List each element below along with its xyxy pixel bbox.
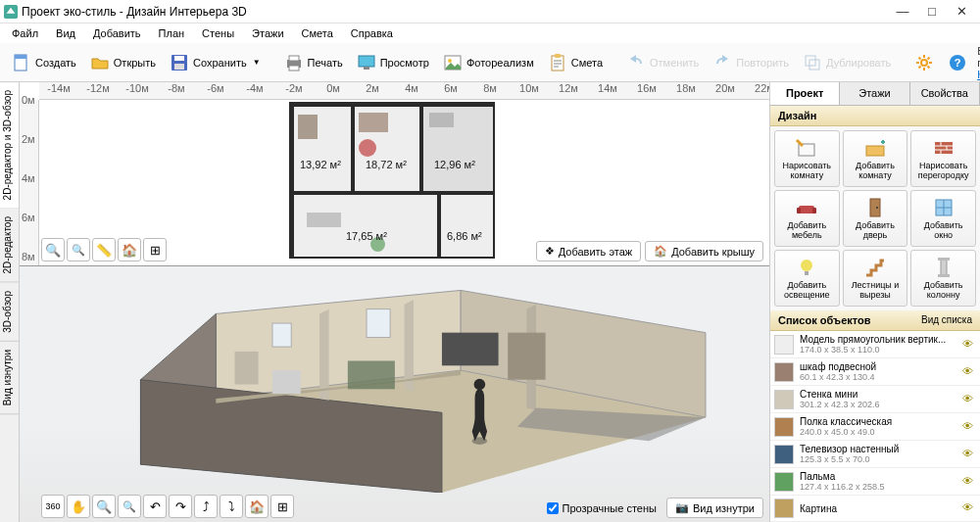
rotate-ccw-button[interactable]: ↶ bbox=[143, 495, 167, 518]
object-list-item[interactable]: Стенка мини301.2 x 42.3 x 202.6👁 bbox=[770, 386, 980, 413]
visibility-toggle-icon[interactable]: 👁 bbox=[962, 393, 976, 406]
measure-button[interactable]: 📏 bbox=[92, 238, 116, 261]
settings-button[interactable] bbox=[908, 50, 940, 75]
photorealism-button[interactable]: Фотореализм bbox=[437, 50, 540, 75]
menubar: Файл Вид Добавить План Стены Этажи Смета… bbox=[0, 24, 980, 43]
help-button[interactable]: ? bbox=[942, 50, 973, 75]
rotate-cw-button[interactable]: ↷ bbox=[169, 495, 192, 518]
home-3d-button[interactable]: 🏠 bbox=[245, 495, 269, 518]
new-file-icon bbox=[12, 53, 31, 72]
object-list-item[interactable]: Полка классическая240.0 x 45.0 x 49.0👁 bbox=[770, 413, 980, 441]
fit-3d-button[interactable]: ⊞ bbox=[270, 495, 294, 518]
svg-rect-42 bbox=[799, 206, 814, 214]
orbit-button[interactable]: 360 bbox=[41, 495, 65, 518]
menu-help[interactable]: Справка bbox=[343, 25, 401, 41]
visibility-toggle-icon[interactable]: 👁 bbox=[962, 448, 976, 461]
tab-floors[interactable]: Этажи bbox=[840, 82, 909, 105]
menu-file[interactable]: Файл bbox=[4, 25, 46, 41]
object-list-item[interactable]: Телевизор настенный125.3 x 5.5 x 70.0👁 bbox=[770, 441, 980, 468]
svg-rect-52 bbox=[938, 274, 950, 277]
menu-plan[interactable]: План bbox=[151, 25, 193, 41]
duplicate-button[interactable]: Дублировать bbox=[797, 50, 897, 75]
add-door-button[interactable]: Добавить дверь bbox=[843, 190, 908, 247]
svg-rect-41 bbox=[935, 142, 953, 154]
menu-view[interactable]: Вид bbox=[48, 25, 83, 41]
tab-properties[interactable]: Свойства bbox=[910, 82, 980, 105]
zoom-in-3d-button[interactable]: 🔍 bbox=[92, 495, 116, 518]
object-list-item[interactable]: шкаф подвесной60.1 x 42.3 x 130.4👁 bbox=[770, 358, 980, 386]
svg-point-48 bbox=[801, 260, 812, 271]
zoom-out-3d-button[interactable]: 🔍 bbox=[118, 495, 141, 518]
window-title: Проект эко-стиль - Дизайн Интерьера 3D bbox=[22, 5, 888, 19]
fit-button[interactable]: ⊞ bbox=[143, 238, 167, 261]
visibility-toggle-icon[interactable]: 👁 bbox=[962, 420, 976, 434]
add-room-button[interactable]: Добавить комнату bbox=[843, 130, 908, 187]
2d-toolbar: 🔍 🔍 📏 🏠 ⊞ bbox=[41, 238, 167, 261]
pan-button[interactable]: ✋ bbox=[67, 495, 90, 518]
print-button[interactable]: Печать bbox=[278, 50, 349, 75]
draw-partition-button[interactable]: Нарисовать перегородку bbox=[910, 130, 976, 187]
home-button[interactable]: 🏠 bbox=[118, 238, 141, 261]
app-logo-icon bbox=[4, 5, 18, 19]
stairs-button[interactable]: Лестницы и вырезы bbox=[843, 250, 908, 307]
add-light-button[interactable]: Добавить освещение bbox=[774, 250, 840, 307]
tab-project[interactable]: Проект bbox=[770, 82, 840, 105]
vtab-2d-and-3d[interactable]: 2D-редактор и 3D-обзор bbox=[0, 82, 19, 209]
visibility-toggle-icon[interactable]: 👁 bbox=[962, 338, 976, 352]
inside-view-button[interactable]: 📷Вид изнутри bbox=[666, 498, 763, 518]
svg-text:?: ? bbox=[955, 57, 961, 69]
open-button[interactable]: Открыть bbox=[84, 50, 162, 75]
svg-rect-8 bbox=[289, 66, 299, 71]
draw-room-button[interactable]: Нарисовать комнату bbox=[774, 130, 840, 187]
menu-walls[interactable]: Стены bbox=[194, 25, 242, 41]
visibility-toggle-icon[interactable]: 👁 bbox=[962, 475, 976, 489]
object-list-item[interactable]: Картина👁 bbox=[770, 496, 980, 522]
3d-viewport[interactable]: 360 ✋ 🔍 🔍 ↶ ↷ ⤴ ⤵ 🏠 ⊞ Прозрачные стены 📷… bbox=[20, 266, 769, 522]
save-button[interactable]: Сохранить▼ bbox=[164, 50, 267, 75]
redo-button[interactable]: Повторить bbox=[707, 50, 795, 75]
close-button[interactable]: ✕ bbox=[947, 4, 976, 19]
maximize-button[interactable]: □ bbox=[917, 4, 947, 19]
visibility-toggle-icon[interactable]: 👁 bbox=[962, 501, 976, 515]
estimate-button[interactable]: Смета bbox=[542, 50, 609, 75]
toolbar: Создать Открыть Сохранить▼ Печать Просмо… bbox=[0, 43, 980, 82]
floor-plan[interactable]: 13,92 м² 18,72 м² 12,96 м² 17,65 м² 6,86… bbox=[289, 102, 495, 259]
vtab-2d-editor[interactable]: 2D-редактор bbox=[0, 209, 19, 283]
gear-icon bbox=[914, 53, 934, 72]
zoom-out-button[interactable]: 🔍 bbox=[67, 238, 90, 261]
object-thumbnail bbox=[774, 498, 794, 518]
design-tools-grid: Нарисовать комнату Добавить комнату Нари… bbox=[770, 126, 980, 310]
tilt-down-button[interactable]: ⤵ bbox=[220, 495, 243, 518]
menu-estimate[interactable]: Смета bbox=[294, 25, 341, 41]
add-furniture-button[interactable]: Добавить мебель bbox=[774, 190, 840, 247]
3d-scene[interactable] bbox=[69, 276, 740, 493]
right-panel: Проект Этажи Свойства Дизайн Нарисовать … bbox=[769, 82, 980, 522]
vtab-inside-view[interactable]: Вид изнутри bbox=[0, 342, 19, 414]
object-name: шкаф подвесной bbox=[800, 361, 956, 372]
object-list-item[interactable]: Пальма127.4 x 116.2 x 258.5👁 bbox=[770, 468, 980, 496]
add-column-button[interactable]: Добавить колонну bbox=[910, 250, 976, 307]
object-list[interactable]: Модель прямоугольник вертик...174.0 x 38… bbox=[770, 331, 980, 522]
svg-rect-29 bbox=[348, 360, 395, 389]
minimize-button[interactable]: — bbox=[888, 4, 917, 19]
preview-button[interactable]: Просмотр bbox=[351, 50, 435, 75]
tilt-up-button[interactable]: ⤴ bbox=[194, 495, 218, 518]
visibility-toggle-icon[interactable]: 👁 bbox=[962, 365, 976, 379]
transparent-walls-checkbox[interactable]: Прозрачные стены bbox=[547, 502, 657, 514]
object-dimensions: 240.0 x 45.0 x 49.0 bbox=[800, 427, 956, 437]
add-window-button[interactable]: Добавить окно bbox=[910, 190, 976, 247]
2d-viewport[interactable]: -14м-12м-10м-8м-6м-4м-2м0м2м4м6м8м10м12м… bbox=[20, 82, 769, 266]
layers-icon: ❖ bbox=[545, 245, 555, 258]
zoom-in-button[interactable]: 🔍 bbox=[41, 238, 65, 261]
list-view-toggle[interactable]: Вид списка bbox=[921, 314, 972, 326]
add-roof-button[interactable]: 🏠Добавить крышу bbox=[645, 241, 763, 261]
vtab-3d-view[interactable]: 3D-обзор bbox=[0, 283, 19, 342]
object-list-item[interactable]: Модель прямоугольник вертик...174.0 x 38… bbox=[770, 331, 980, 358]
menu-add[interactable]: Добавить bbox=[85, 25, 149, 41]
create-button[interactable]: Создать bbox=[6, 50, 82, 75]
add-floor-button[interactable]: ❖Добавить этаж bbox=[536, 241, 641, 261]
svg-rect-43 bbox=[797, 208, 801, 214]
menu-floors[interactable]: Этажи bbox=[244, 25, 291, 41]
column-icon bbox=[932, 256, 956, 279]
undo-button[interactable]: Отменить bbox=[620, 50, 705, 75]
